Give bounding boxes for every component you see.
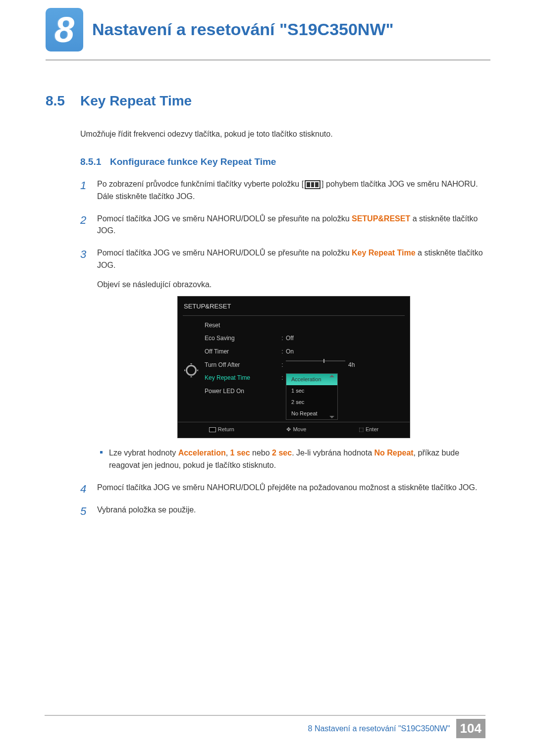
osd-category-icon	[178, 319, 205, 422]
highlight-norepeat: No Repeat	[374, 449, 413, 457]
osd-item-eco: Eco Saving	[205, 332, 279, 345]
step-number: 3	[80, 246, 86, 263]
divider-light	[46, 60, 490, 61]
osd-screenshot: SETUP&RESET Reset Eco Saving Off Timer	[177, 296, 410, 439]
step-4: 4 Pomocí tlačítka JOG ve směru NAHORU/DO…	[80, 482, 490, 494]
step-number: 4	[80, 481, 86, 498]
chapter-badge: 8	[46, 8, 83, 51]
step-text: Pomocí tlačítka JOG ve směru NAHORU/DOLŮ…	[97, 483, 477, 492]
highlight-2sec: 2 sec	[272, 449, 292, 457]
osd-value-text: Off	[286, 334, 294, 343]
chapter-number: 8	[54, 12, 74, 48]
subsection-heading: 8.5.1Konfigurace funkce Key Repeat Time	[80, 156, 490, 167]
osd-item-power-led: Power LED On	[205, 385, 279, 398]
osd-value-eco: :Off	[279, 332, 405, 345]
osd-footer: Return Move Enter	[178, 422, 410, 438]
osd-item-key-repeat: Key Repeat Time	[205, 371, 279, 385]
osd-value-text: On	[286, 347, 294, 356]
gear-icon	[186, 365, 197, 376]
step-text: Pomocí tlačítka JOG ve směru NAHORU/DOLŮ…	[97, 214, 352, 223]
osd-labels: Reset Eco Saving Off Timer Turn Off Afte…	[205, 319, 279, 422]
step-3: 3 Pomocí tlačítka JOG ve směru NAHORU/DO…	[80, 247, 490, 472]
steps-list: 1 Po zobrazení průvodce funkčními tlačít…	[80, 178, 490, 516]
bullet-note: Lze vybrat hodnoty Acceleration, 1 sec n…	[97, 447, 490, 472]
highlight-1sec: 1 sec	[230, 449, 250, 457]
bullet-text: nebo	[250, 449, 272, 457]
highlight-key-repeat-time: Key Repeat Time	[352, 249, 416, 257]
subsection-title: Konfigurace funkce Key Repeat Time	[110, 156, 276, 167]
osd-value-text: 4h	[348, 360, 355, 370]
step-number: 1	[80, 177, 86, 194]
osd-hint-text: Enter	[366, 426, 378, 432]
osd-item-offtimer: Off Timer	[205, 345, 279, 358]
osd-option-1sec: 1 sec	[286, 385, 337, 397]
step-aftertext: Objeví se následující obrazovka.	[97, 279, 490, 291]
step-text: Po zobrazení průvodce funkčními tlačítky…	[97, 180, 304, 188]
subsection-number: 8.5.1	[80, 156, 110, 167]
bullet-text: ,	[226, 449, 230, 457]
step-5: 5 Vybraná položka se použije.	[80, 504, 490, 516]
menu-icon	[305, 180, 321, 189]
bullet-text: . Je-li vybrána hodnota	[292, 449, 374, 457]
osd-values: :Off :On :4h : Acceleration 1 sec 2	[279, 319, 405, 422]
section-body: 8.5Key Repeat Time Umožňuje řídit frekve…	[46, 93, 490, 526]
osd-dropdown: Acceleration 1 sec 2 sec No Repeat	[286, 373, 338, 420]
osd-hint-move: Move	[286, 425, 306, 434]
step-text: Vybraná položka se použije.	[97, 505, 196, 514]
osd-item-turnoff: Turn Off After	[205, 358, 279, 372]
section-number: 8.5	[46, 93, 80, 109]
section-intro: Umožňuje řídit frekvenci odezvy tlačítka…	[80, 130, 490, 139]
osd-value-krt: : Acceleration 1 sec 2 sec No Repeat	[279, 371, 405, 422]
osd-value	[279, 319, 405, 332]
osd-value-timer: :On	[279, 345, 405, 358]
slider-icon	[286, 360, 345, 361]
chevron-down-icon	[329, 416, 334, 418]
osd-title: SETUP&RESET	[178, 297, 410, 315]
highlight-setup-reset: SETUP&RESET	[352, 214, 410, 223]
chevron-up-icon	[329, 375, 334, 377]
footer-text: 8 Nastavení a resetování "S19C350NW"	[308, 724, 450, 733]
step-number: 2	[80, 212, 86, 229]
section-heading: 8.5Key Repeat Time	[46, 93, 490, 109]
osd-panel: SETUP&RESET Reset Eco Saving Off Timer	[177, 296, 410, 439]
osd-item-reset: Reset	[205, 319, 279, 332]
osd-hint-enter: Enter	[359, 425, 378, 434]
section-title: Key Repeat Time	[80, 93, 192, 108]
osd-hint-return: Return	[209, 425, 234, 434]
divider	[183, 315, 405, 316]
osd-hint-text: Move	[293, 426, 306, 432]
osd-value-turnoff: :4h	[279, 358, 405, 372]
step-1: 1 Po zobrazení průvodce funkčními tlačít…	[80, 178, 490, 203]
page-footer: 8 Nastavení a resetování "S19C350NW" 104	[45, 715, 485, 738]
bullet-text: Lze vybrat hodnoty	[109, 449, 178, 457]
step-2: 2 Pomocí tlačítka JOG ve směru NAHORU/DO…	[80, 213, 490, 238]
chapter-header: 8 Nastavení a resetování "S19C350NW"	[46, 8, 515, 51]
page-number: 104	[456, 719, 485, 738]
osd-body: Reset Eco Saving Off Timer Turn Off Afte…	[178, 319, 410, 422]
manual-page: 8 Nastavení a resetování "S19C350NW" 8.5…	[0, 0, 535, 756]
highlight-acceleration: Acceleration	[178, 449, 226, 457]
step-number: 5	[80, 503, 86, 520]
chapter-title: Nastavení a resetování "S19C350NW"	[92, 20, 394, 39]
osd-option-2sec: 2 sec	[286, 397, 337, 408]
step-text: Pomocí tlačítka JOG ve směru NAHORU/DOLŮ…	[97, 249, 352, 257]
osd-hint-text: Return	[218, 426, 234, 432]
return-icon	[209, 427, 216, 432]
